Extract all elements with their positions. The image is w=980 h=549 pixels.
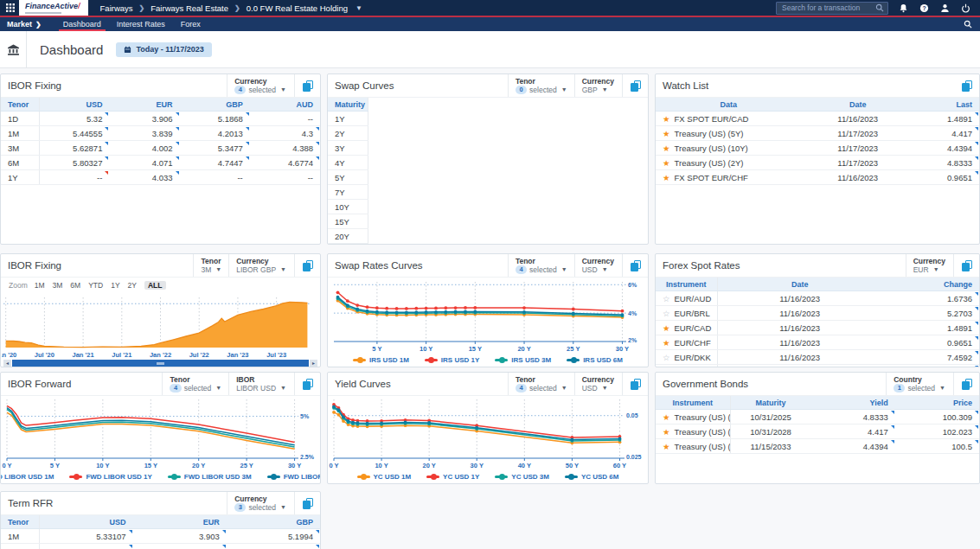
user-icon[interactable]	[940, 3, 950, 13]
table-row[interactable]: 3M5.36713.9165.2288	[1, 544, 320, 549]
table-row[interactable]: 1Y	[328, 112, 368, 126]
breadcrumb-sub-entity[interactable]: Fairways Real Estate	[151, 3, 228, 13]
table-row[interactable]: 4Y	[328, 156, 368, 170]
legend-item[interactable]: YC USD 1Y	[426, 473, 479, 481]
breadcrumb-holding[interactable]: 0.0 FW Real Estate Holding	[247, 3, 348, 13]
table-row[interactable]: 1Y--4.033----	[1, 170, 320, 185]
finance-active-logo[interactable]: FinanceActive/	[19, 0, 88, 16]
table-row[interactable]: 20Y	[328, 229, 368, 244]
star-icon[interactable]: ★	[663, 412, 670, 422]
notifications-bell-icon[interactable]	[899, 3, 908, 13]
copy-icon[interactable]	[631, 80, 641, 92]
zoom-range-2y-button[interactable]: 2Y	[128, 281, 137, 290]
filter-country-dropdown[interactable]: Country1selected▼	[886, 373, 952, 395]
tab-forex[interactable]: Forex	[173, 17, 208, 31]
table-row[interactable]: ☆EUR/GBP11/16/20230.8752	[656, 365, 979, 368]
copy-icon[interactable]	[303, 260, 313, 271]
table-row[interactable]: 10Y	[328, 200, 368, 214]
star-icon[interactable]: ★	[663, 158, 670, 168]
filter-currency-dropdown[interactable]: CurrencyUSD▼	[574, 254, 621, 277]
scroll-left-button[interactable]: ◂	[3, 360, 11, 367]
zoom-range-all-button[interactable]: ALL	[144, 281, 166, 290]
power-logout-icon[interactable]	[961, 3, 970, 13]
zoom-range-6m-button[interactable]: 6M	[70, 281, 80, 290]
legend-item[interactable]: FWD LIBOR USD 3M	[168, 473, 252, 481]
filter-tenor-dropdown[interactable]: Tenor3M▼	[193, 254, 228, 277]
table-row[interactable]: ★Treasury (US) (10Y)11/15/20334.4394100.…	[656, 439, 979, 454]
tab-dashboard[interactable]: Dashboard	[55, 17, 109, 31]
legend-item[interactable]: IRS USD 1Y	[425, 356, 479, 364]
market-bank-icon[interactable]	[0, 31, 27, 67]
table-row[interactable]: ★FX SPOT EUR/CHF11/16/20230.9651	[656, 170, 979, 185]
table-row[interactable]: ★Treasury (US) (5Y)10/31/20284.417102.02…	[656, 425, 979, 439]
filter-currency-dropdown[interactable]: CurrencyUSD▼	[574, 373, 621, 395]
copy-icon[interactable]	[303, 379, 313, 390]
table-row[interactable]: ★Treasury (US) (2Y)11/17/20234.8333	[656, 156, 979, 170]
table-row[interactable]: 6M5.803274.0714.74474.6774	[1, 156, 320, 170]
table-row[interactable]: ★Treasury (US) (2Y)10/31/20254.8333100.3…	[656, 410, 979, 425]
tab-interest-rates[interactable]: Interest Rates	[109, 17, 173, 31]
market-menu[interactable]: Market❯	[7, 20, 42, 29]
table-row[interactable]: 1D5.323.9065.1868--	[1, 112, 320, 126]
star-icon[interactable]: ★	[663, 114, 670, 124]
search-icon[interactable]	[875, 3, 884, 12]
star-icon[interactable]: ★	[663, 323, 670, 333]
table-row[interactable]: 3M5.628714.0025.34774.388	[1, 141, 320, 156]
legend-item[interactable]: IRS USD 1M	[353, 356, 409, 364]
table-row[interactable]: 15Y	[328, 214, 368, 229]
filter-tenor-dropdown[interactable]: Tenor0selected▼	[508, 74, 574, 97]
zoom-range-3m-button[interactable]: 3M	[53, 281, 63, 290]
table-row[interactable]: ☆EUR/BRL11/16/20235.2703	[656, 306, 979, 321]
copy-icon[interactable]	[962, 80, 972, 92]
legend-item[interactable]: IRS USD 6M	[567, 356, 623, 364]
scroll-right-button[interactable]: ▸	[310, 360, 317, 367]
star-icon[interactable]: ☆	[663, 367, 670, 368]
copy-icon[interactable]	[303, 80, 313, 92]
table-row[interactable]: ☆EUR/AUD11/16/20231.6736	[656, 291, 979, 306]
table-row[interactable]: ★FX SPOT EUR/CAD11/16/20231.4891	[656, 112, 979, 126]
star-icon[interactable]: ☆	[663, 294, 670, 303]
star-icon[interactable]: ☆	[663, 309, 670, 318]
legend-item[interactable]: IRS USD 3M	[495, 356, 551, 364]
copy-icon[interactable]	[962, 260, 972, 271]
zoom-range-ytd-button[interactable]: YTD	[88, 281, 103, 290]
date-selector-chip[interactable]: Today - 11/17/2023	[116, 42, 211, 57]
table-row[interactable]: ★EUR/CHF11/16/20230.9651	[656, 335, 979, 350]
table-row[interactable]: 5Y	[328, 170, 368, 185]
star-icon[interactable]: ★	[663, 173, 670, 182]
legend-item[interactable]: FWD LIBOR USD 6M	[267, 473, 321, 481]
breadcrumb-entity[interactable]: Fairways	[100, 3, 133, 13]
zoom-range-1y-button[interactable]: 1Y	[111, 281, 119, 290]
filter-tenor-dropdown[interactable]: Tenor4selected▼	[162, 373, 228, 395]
legend-item[interactable]: FWD LIBOR USD 1Y	[69, 473, 151, 481]
star-icon[interactable]: ★	[663, 427, 670, 437]
filter-currency-dropdown[interactable]: CurrencyGBP▼	[574, 74, 621, 97]
filter-currency-dropdown[interactable]: CurrencyEUR▼	[906, 254, 952, 277]
table-row[interactable]: 2Y	[328, 126, 368, 141]
filter-currency-dropdown[interactable]: Currency3selected▼	[227, 492, 293, 514]
apps-grid-icon[interactable]	[6, 3, 15, 12]
help-icon[interactable]: ?	[919, 3, 929, 13]
scrollbar-thumb[interactable]	[12, 360, 309, 367]
table-row[interactable]: 3Y	[328, 141, 368, 156]
star-icon[interactable]: ☆	[663, 353, 670, 362]
table-row[interactable]: 7Y	[328, 185, 368, 200]
star-icon[interactable]: ★	[663, 129, 670, 138]
scrollbar-track[interactable]	[12, 360, 309, 367]
filter-currency-dropdown[interactable]: CurrencyLIBOR GBP▼	[228, 254, 293, 277]
search-input[interactable]	[780, 3, 875, 13]
copy-icon[interactable]	[631, 379, 641, 390]
zoom-range-1m-button[interactable]: 1M	[35, 281, 45, 290]
table-row[interactable]: ★Treasury (US) (10Y)11/17/20234.4394	[656, 141, 979, 156]
legend-item[interactable]: FWD LIBOR USD 1M	[0, 473, 54, 481]
table-row[interactable]: ★Treasury (US) (5Y)11/17/20234.417	[656, 126, 979, 141]
chevron-down-icon[interactable]: ▼	[355, 4, 362, 12]
copy-icon[interactable]	[962, 379, 972, 390]
copy-icon[interactable]	[631, 260, 641, 271]
legend-item[interactable]: YC USD 3M	[495, 473, 549, 481]
filter-ibor-dropdown[interactable]: IBORLIBOR USD▼	[228, 373, 293, 395]
star-icon[interactable]: ★	[663, 144, 670, 153]
filter-tenor-dropdown[interactable]: Tenor4selected▼	[508, 254, 574, 277]
legend-item[interactable]: YC USD 6M	[565, 473, 619, 481]
table-row[interactable]: ☆EUR/DKK11/16/20237.4592	[656, 350, 979, 365]
